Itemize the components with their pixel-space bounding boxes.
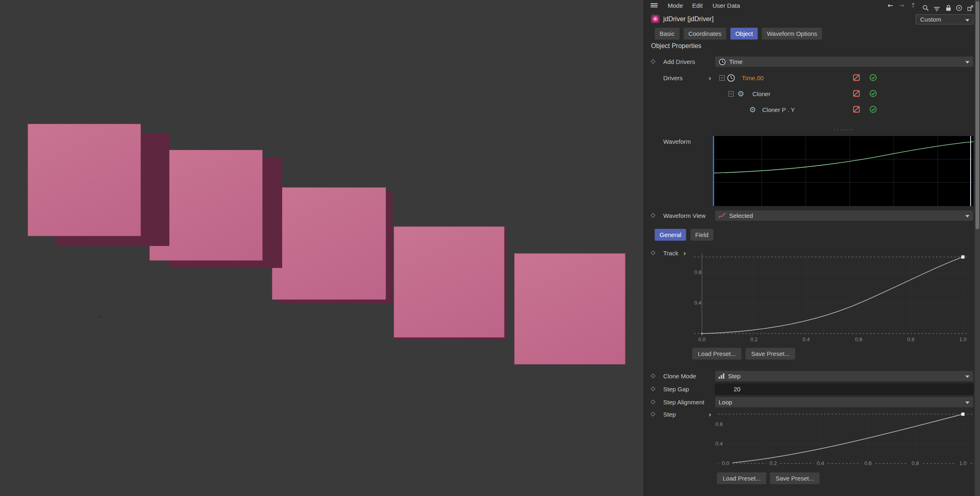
tab-general[interactable]: General <box>655 229 686 241</box>
chevron-down-icon <box>965 19 969 22</box>
collapse-box-icon[interactable]: − <box>719 75 725 81</box>
key-diamond-icon[interactable] <box>651 213 655 217</box>
clone-mode-value: Step <box>728 373 741 380</box>
clone-mode-select[interactable]: Step <box>715 371 973 382</box>
track-x-tick: 0.0 <box>694 336 710 343</box>
3d-viewport[interactable] <box>0 0 644 496</box>
bar-chart-icon <box>719 373 725 379</box>
menu-edit[interactable]: Edit <box>692 0 703 11</box>
panel-scrollbar[interactable] <box>975 0 980 496</box>
hamburger-menu-icon[interactable] <box>651 3 658 8</box>
clone-mode-label: Clone Mode <box>663 371 696 382</box>
key-diamond-icon[interactable] <box>651 59 655 64</box>
chevron-down-icon <box>965 61 969 64</box>
track-x-tick: 0.2 <box>746 336 762 343</box>
clock-icon <box>719 58 726 66</box>
key-diamond-icon[interactable] <box>651 386 655 391</box>
key-diamond-icon[interactable] <box>651 250 655 255</box>
driver-name[interactable]: Cloner <box>752 86 770 102</box>
step-gap-input[interactable]: 20 <box>715 384 973 395</box>
step-gap-row: Step Gap 20 <box>644 384 980 395</box>
waveform-view-select[interactable]: Selected <box>715 210 973 221</box>
step-x-tick: 1.0 <box>956 460 970 467</box>
step-alignment-row: Step Alignment Loop <box>644 397 980 408</box>
gear-icon: ⚙ <box>737 88 744 100</box>
lock-icon[interactable] <box>945 2 951 13</box>
driver-name[interactable]: Cloner P . Y <box>762 102 795 118</box>
step-alignment-select[interactable]: Loop <box>715 397 973 408</box>
waveform-view-row: Waveform View Selected <box>644 210 980 221</box>
target-icon[interactable] <box>956 2 962 13</box>
step-gap-label: Step Gap <box>663 384 689 395</box>
step-spline-editor[interactable]: 0.8 0.4 0.0 0.2 0.4 0.6 0.8 1.0 <box>713 407 973 471</box>
up-arrow-icon[interactable]: ↑ <box>910 0 916 11</box>
drivers-expand-icon[interactable]: › <box>708 72 711 83</box>
enabled-check-icon[interactable] <box>869 105 877 114</box>
track-y-tick: 0.4 <box>692 300 704 306</box>
preset-dropdown[interactable]: Custom <box>916 14 973 24</box>
add-drivers-select[interactable]: Time <box>715 56 973 67</box>
search-icon[interactable] <box>922 2 929 13</box>
back-arrow-icon[interactable]: ← <box>888 0 893 11</box>
attribute-menubar: Mode Edit User Data ← → ↑ <box>644 0 980 11</box>
mute-keyframe-icon[interactable] <box>853 105 860 114</box>
origin-dot <box>100 316 101 318</box>
chevron-down-icon <box>965 215 969 217</box>
tab-field[interactable]: Field <box>691 229 714 241</box>
track-expand-icon[interactable]: › <box>683 248 686 259</box>
tab-coordinates[interactable]: Coordinates <box>684 28 726 40</box>
enabled-check-icon[interactable] <box>869 90 877 99</box>
scrollbar-thumb[interactable] <box>976 1 979 229</box>
driver-name[interactable]: Time.00 <box>742 70 764 86</box>
subtabs: General Field <box>655 229 716 241</box>
menu-user-data[interactable]: User Data <box>713 0 740 11</box>
track-spline-editor[interactable]: 0.8 0.4 0.0 0.2 0.4 0.6 0.8 1.0 <box>688 246 973 347</box>
step-alignment-label: Step Alignment <box>663 397 704 408</box>
tree-row-cloner[interactable]: − ⚙ Cloner <box>715 86 973 102</box>
save-preset-button[interactable]: Save Preset... <box>745 348 795 360</box>
key-diamond-icon[interactable] <box>651 399 655 404</box>
mute-keyframe-icon[interactable] <box>853 90 860 99</box>
step-y-tick: 0.4 <box>713 441 725 447</box>
step-x-tick: 0.6 <box>861 460 875 467</box>
track-label: Track <box>663 248 678 259</box>
save-preset-button[interactable]: Save Preset... <box>770 472 820 484</box>
spline-icon <box>719 213 726 219</box>
load-preset-button[interactable]: Load Preset... <box>692 348 741 360</box>
chevron-down-icon <box>965 402 969 404</box>
track-x-tick: 0.6 <box>851 336 867 343</box>
step-y-tick: 0.8 <box>713 421 725 428</box>
tree-row-cloner-p-y[interactable]: ⚙ Cloner P . Y <box>715 102 973 118</box>
collapse-box-icon[interactable]: − <box>728 91 734 97</box>
tree-row-time[interactable]: − Time.00 <box>715 70 973 86</box>
load-preset-button[interactable]: Load Preset... <box>717 472 766 484</box>
waveform-view-value: Selected <box>729 212 753 219</box>
tab-waveform-options[interactable]: Waveform Options <box>762 28 822 40</box>
panel-resize-handle[interactable]: ······· <box>715 126 973 132</box>
key-diamond-icon[interactable] <box>651 412 655 416</box>
waveform-display[interactable] <box>713 136 973 206</box>
add-drivers-row: Add Drivers Time <box>644 56 980 67</box>
key-diamond-icon[interactable] <box>651 373 655 378</box>
mute-keyframe-icon[interactable] <box>853 74 860 83</box>
step-alignment-value: Loop <box>719 399 732 406</box>
chevron-down-icon <box>965 375 969 378</box>
waveform-view-label: Waveform View <box>663 210 706 221</box>
menu-mode[interactable]: Mode <box>668 0 683 11</box>
preset-dropdown-label: Custom <box>920 16 941 23</box>
step-gap-value: 20 <box>734 386 741 393</box>
section-heading: Object Properties <box>651 42 702 50</box>
step-expand-icon[interactable]: › <box>708 409 711 420</box>
track-x-tick: 0.4 <box>798 336 814 343</box>
drivers-tree: − Time.00 − ⚙ Cloner <box>715 70 973 119</box>
enabled-check-icon[interactable] <box>869 74 877 83</box>
forward-arrow-icon[interactable]: → <box>899 0 904 11</box>
tab-object[interactable]: Object <box>730 28 758 40</box>
drivers-label: Drivers <box>663 72 683 83</box>
step-label: Step <box>663 409 676 420</box>
filter-icon[interactable] <box>934 3 940 14</box>
add-drivers-value: Time <box>729 58 743 65</box>
tab-basic[interactable]: Basic <box>655 28 680 40</box>
track-x-tick: 0.8 <box>903 336 919 343</box>
detach-window-icon[interactable] <box>967 2 973 13</box>
